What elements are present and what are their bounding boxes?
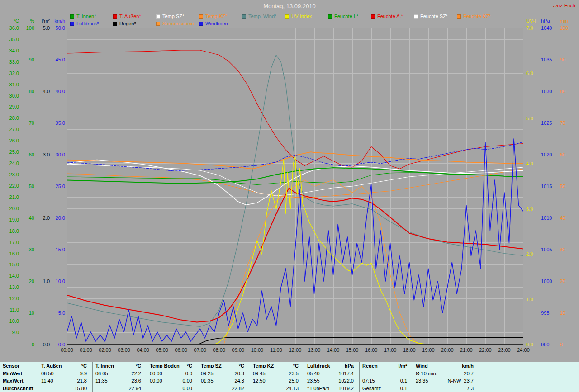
axis-tick-sunshine-min: 40 <box>560 215 577 221</box>
axis-tick-sunshine-min: 100 <box>560 25 577 31</box>
cell-right: 1022.0 <box>338 378 354 383</box>
table-cell-wind-max: 23:35N-NW 23.7 <box>413 377 479 385</box>
cell-left: 23:55 <box>307 378 320 383</box>
cell-left: 09:25 <box>201 371 214 376</box>
axis-tick-rain-lm2: 1.0 <box>33 279 50 284</box>
legend-label-temp-wind: Temp. Wind* <box>248 14 276 19</box>
axis-tick-sunshine-min: 30 <box>560 247 577 252</box>
legend-item-feuchte-sz: Feuchte SZ* <box>414 14 457 19</box>
x-axis-tick: 14:00 <box>327 347 340 353</box>
cell-right: 9.9 <box>80 371 87 376</box>
feuchte-sz-swatch-icon <box>414 14 418 19</box>
axis-unit-humidity-pct: % <box>18 18 34 24</box>
axis-tick-wind-kmh: 5.0 <box>49 310 65 316</box>
cell-right: 15.80 <box>74 386 87 391</box>
temp-kz-swatch-icon <box>199 14 203 19</box>
table-cell-temp-boden-max: 00:000.00 <box>147 377 198 385</box>
axis-tick-rain-lm2: 0.0 <box>33 342 50 347</box>
axis-tick-pressure-hpa: 1025 <box>541 120 561 126</box>
axis-tick-temp-c: 27.0 <box>3 127 19 132</box>
cell-right: 24.3 <box>235 378 244 383</box>
legend-item-temp-kz: Temp KZ* <box>199 14 242 19</box>
cell-left: Regen <box>362 363 378 368</box>
cell-right: 24.13 <box>286 386 299 391</box>
axis-tick-wind-kmh: 20.0 <box>49 215 65 221</box>
cell-right: 25.0 <box>289 378 299 383</box>
axis-unit-rain-lm2: l/m² <box>33 18 50 24</box>
axis-tick-sunshine-min: 70 <box>560 120 577 126</box>
legend-item-regen: Regen* <box>113 21 156 26</box>
table-cell-t-innen-min: 06:0522.2 <box>93 370 147 378</box>
table-cell-temp-sz-avg: 22.82 <box>198 385 250 392</box>
series-feuchte-a <box>67 50 523 169</box>
row-label-text: Sensor <box>3 363 19 368</box>
row-label-text: MaxWert <box>3 378 24 383</box>
cell-right: 22.94 <box>128 386 141 391</box>
regen-swatch-icon <box>113 22 117 26</box>
axis-tick-pressure-hpa: 1015 <box>541 184 561 189</box>
legend-item-luftdruck: Luftdruck* <box>70 21 113 26</box>
table-cell-t-innen-avg: 22.94 <box>93 385 147 392</box>
axis-tick-temp-c: 33.0 <box>3 59 19 65</box>
cell-left: ^1.0hPa/h <box>307 386 329 391</box>
axis-tick-humidity-pct: 10 <box>18 310 34 316</box>
table-cell-regen-avg: Gesamt:0.1 <box>360 385 413 392</box>
axis-tick-temp-c: 34.0 <box>3 48 19 53</box>
cell-right: 0.00 <box>183 378 192 383</box>
cell-left: 01:35 <box>201 378 214 383</box>
cell-left: 05:40 <box>307 371 320 376</box>
x-axis-tick: 21:00 <box>460 347 473 353</box>
axis-tick-wind-kmh: 35.0 <box>49 120 65 126</box>
row-label-text: Durchschnitt <box>3 386 33 391</box>
x-axis-tick: 11:00 <box>270 347 282 353</box>
cell-right: 0.0 <box>185 371 192 376</box>
axis-tick-temp-c: 20.0 <box>3 206 19 211</box>
table-cell-t-aussen-hdr: T. Außen°C <box>38 362 93 370</box>
cell-right: 22.2 <box>132 371 141 376</box>
axis-tick-temp-c: 11.0 <box>3 307 19 312</box>
x-axis-tick: 19:00 <box>422 347 435 353</box>
sonnenschein-swatch-icon <box>156 22 160 26</box>
cell-right: 1019.2 <box>338 386 354 391</box>
axis-tick-uv-i: 1.0 <box>526 297 542 302</box>
axis-tick-temp-c: 28.0 <box>3 115 19 121</box>
cell-right: 7.3 <box>467 386 474 391</box>
axis-tick-temp-c: 23.0 <box>3 172 19 177</box>
table-cell-temp-sz-min: 09:2520.3 <box>198 370 250 378</box>
axis-tick-rain-lm2: 4.0 <box>33 89 50 94</box>
legend-label-feuchte-kz: Feuchte KZ* <box>463 14 491 19</box>
axis-tick-wind-kmh: 15.0 <box>49 247 65 252</box>
axis-tick-temp-c: 30.0 <box>3 93 19 99</box>
cell-left: T. Innen <box>95 363 114 368</box>
cell-left: Gesamt: <box>362 386 381 391</box>
table-cell-luftdruck-avg: ^1.0hPa/h1019.2 <box>304 385 360 392</box>
table-cell-temp-sz-max: 01:3524.3 <box>198 377 250 385</box>
axis-tick-pressure-hpa: 1035 <box>541 57 561 62</box>
axis-tick-uv-i: 2.0 <box>526 251 542 257</box>
cell-left: 12:50 <box>253 378 266 383</box>
axis-tick-pressure-hpa: 1010 <box>541 215 561 221</box>
feuchte-i-swatch-icon <box>328 14 332 19</box>
axis-tick-wind-kmh: 45.0 <box>49 57 65 62</box>
legend-label-sonnenschein: Sonnenschein <box>162 21 194 26</box>
legend-label-uv-index: UV Index <box>291 14 312 19</box>
legend-label-luftdruck: Luftdruck* <box>76 21 99 26</box>
cell-left: Temp SZ <box>201 363 222 368</box>
series-feuchte-sz <box>67 164 523 196</box>
table-cell-wind-avg: 7.3 <box>413 385 479 392</box>
t-aussen-swatch-icon <box>113 14 117 19</box>
axis-tick-temp-c: 16.0 <box>3 251 19 256</box>
cell-right: 0.00 <box>183 386 192 391</box>
cell-right: °C <box>81 363 87 368</box>
x-axis-tick: 24:00 <box>517 347 530 353</box>
row-label-text: MinWert <box>3 371 22 376</box>
legend-label-regen: Regen* <box>119 21 136 26</box>
cell-left: 09:45 <box>253 371 266 376</box>
cell-left: Wind <box>416 363 428 368</box>
legend-label-feuchte-i: Feuchte I.* <box>334 14 358 19</box>
axis-tick-uv-i: 5.0 <box>526 116 542 121</box>
x-axis-tick: 15:00 <box>346 347 359 353</box>
axis-tick-temp-c: 25.0 <box>3 149 19 155</box>
table-cell-t-innen-max: 11:3523.6 <box>93 377 147 385</box>
table-row-label-max: MaxWert <box>0 377 38 385</box>
